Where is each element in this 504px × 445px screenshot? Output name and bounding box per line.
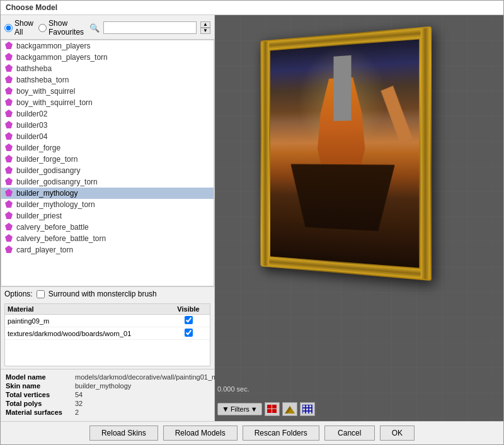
list-item[interactable]: builder_priest — [1, 210, 214, 222]
model-list[interactable]: backgammon_playersbackgammon_players_tor… — [1, 40, 214, 286]
list-item[interactable]: calvery_before_battle — [1, 222, 214, 233]
gem-icon — [5, 223, 14, 232]
list-item[interactable]: boy_with_squirrel_torn — [1, 97, 214, 108]
list-item[interactable]: builder_forge_torn — [1, 154, 214, 165]
material-visible-checkbox[interactable] — [185, 329, 193, 337]
show-all-radio[interactable]: Show All — [4, 19, 33, 37]
list-item[interactable]: builder_mythology — [1, 188, 214, 199]
viewport-toolbar: ▼ Filters ▼ — [217, 402, 315, 416]
list-item-label: builder_forge — [16, 144, 60, 152]
gem-icon — [5, 64, 14, 73]
list-item-label: card_player_torn — [16, 245, 73, 254]
info-panel: Model name models/darkmod/decorative/wal… — [1, 369, 214, 421]
svg-rect-0 — [267, 405, 272, 408]
filter-icon: ▼ — [222, 405, 229, 414]
gem-icon — [5, 53, 14, 62]
toolbar-icon3-button[interactable] — [300, 402, 315, 416]
grid-icon — [267, 405, 277, 414]
gem-icon — [5, 155, 14, 164]
gem-icon — [5, 76, 14, 84]
list-item[interactable]: builder_godisangry_torn — [1, 176, 214, 188]
show-favourites-radio[interactable]: Show Favourites — [38, 19, 86, 37]
list-item[interactable]: backgammon_players — [1, 40, 214, 52]
list-item[interactable]: boy_with_squirrel — [1, 86, 214, 97]
left-panel: Show All Show Favourites 🔍 ▲ ▼ backgammo — [1, 15, 215, 421]
material-visible-checkbox[interactable] — [185, 316, 193, 324]
viewport: 0.000 sec. ▼ Filters ▼ — [215, 15, 503, 421]
painting-content — [270, 39, 419, 268]
ok-button[interactable]: OK — [380, 425, 415, 441]
skin-name-label: Skin name — [6, 382, 75, 390]
choose-model-dialog: Choose Model Show All Show Favourites 🔍 — [0, 0, 504, 445]
list-item[interactable]: card_player_torn — [1, 244, 214, 256]
list-item[interactable]: builder04 — [1, 131, 214, 142]
painting-figure-lower — [290, 164, 394, 232]
rescan-folders-button[interactable]: Rescan Folders — [243, 425, 319, 441]
gem-icon — [5, 121, 14, 130]
list-item[interactable]: builder02 — [1, 108, 214, 120]
gem-icon — [5, 87, 14, 96]
list-item[interactable]: builder_mythology_torn — [1, 199, 214, 210]
material-surfaces-label: Material surfaces — [6, 408, 75, 416]
total-vertices-row: Total vertices 54 — [6, 391, 209, 398]
gem-icon — [5, 42, 14, 50]
list-item[interactable]: builder_godisangry — [1, 165, 214, 176]
search-up-button[interactable]: ▲ — [200, 21, 210, 28]
material-col-header: Material — [8, 305, 169, 313]
visible-col-header: Visible — [169, 305, 207, 313]
search-icon: 🔍 — [89, 23, 100, 33]
search-input[interactable] — [103, 21, 197, 34]
model-name-label: Model name — [6, 373, 75, 381]
frame-right — [421, 28, 430, 279]
list-item[interactable]: builder03 — [1, 120, 214, 131]
list-item-label: calvery_before_battle_torn — [16, 234, 106, 243]
gem-icon — [5, 144, 14, 152]
material-surfaces-value: 2 — [75, 408, 79, 416]
filters-label: Filters — [231, 405, 249, 413]
gem-icon — [5, 211, 14, 220]
material-surfaces-row: Material surfaces 2 — [6, 408, 209, 416]
toolbar-icon2-button[interactable] — [282, 402, 297, 416]
list-item-label: builder_mythology_torn — [16, 200, 95, 209]
list-item[interactable]: bathsheba — [1, 63, 214, 74]
svg-rect-3 — [272, 409, 277, 413]
list-item[interactable]: backgammon_players_torn — [1, 52, 214, 63]
frame-inner — [270, 39, 419, 268]
list-item-label: backgammon_players — [16, 42, 90, 50]
list-item[interactable]: builder_forge — [1, 142, 214, 154]
material-name: textures/darkmod/wood/boards/worn_01 — [8, 330, 169, 337]
svg-rect-2 — [267, 409, 272, 413]
list-item-label: boy_with_squirrel — [16, 87, 75, 96]
radio-group: Show All Show Favourites — [4, 19, 86, 37]
filters-button[interactable]: ▼ Filters ▼ — [217, 403, 262, 415]
total-vertices-value: 54 — [75, 391, 83, 398]
reload-skins-button[interactable]: Reload Skins — [89, 425, 158, 441]
search-down-button[interactable]: ▼ — [200, 28, 210, 34]
total-polys-value: 32 — [75, 400, 83, 407]
surround-label: Surround with monsterclip brush — [49, 290, 157, 298]
main-content: Show All Show Favourites 🔍 ▲ ▼ backgammo — [1, 15, 503, 421]
timer-label: 0.000 sec. — [217, 385, 249, 393]
toolbar-icon1-button[interactable] — [265, 402, 280, 416]
grid2-icon — [302, 405, 312, 414]
list-item[interactable]: calvery_before_battle_torn — [1, 233, 214, 244]
list-item-label: builder04 — [16, 132, 47, 141]
list-item[interactable]: bathsheba_torn — [1, 74, 214, 86]
gem-icon — [5, 166, 14, 175]
material-row: textures/darkmod/wood/boards/worn_01 — [5, 327, 210, 340]
list-item-label: builder02 — [16, 110, 47, 118]
total-polys-label: Total polys — [6, 400, 75, 407]
frame-outer — [260, 26, 431, 281]
list-item-label: bathsheba_torn — [16, 76, 69, 84]
surround-checkbox[interactable] — [37, 290, 45, 298]
cancel-button[interactable]: Cancel — [324, 425, 375, 441]
painting-frame — [260, 26, 431, 281]
skin-name-value: builder_mythology — [75, 382, 131, 390]
right-panel: 0.000 sec. ▼ Filters ▼ — [215, 15, 503, 421]
terrain-icon — [285, 405, 295, 414]
list-item-label: backgammon_players_torn — [16, 53, 108, 62]
material-row: painting09_m — [5, 315, 210, 327]
painting-hammer — [333, 55, 351, 121]
dialog-title: Choose Model — [6, 3, 57, 12]
reload-models-button[interactable]: Reload Models — [163, 425, 238, 441]
